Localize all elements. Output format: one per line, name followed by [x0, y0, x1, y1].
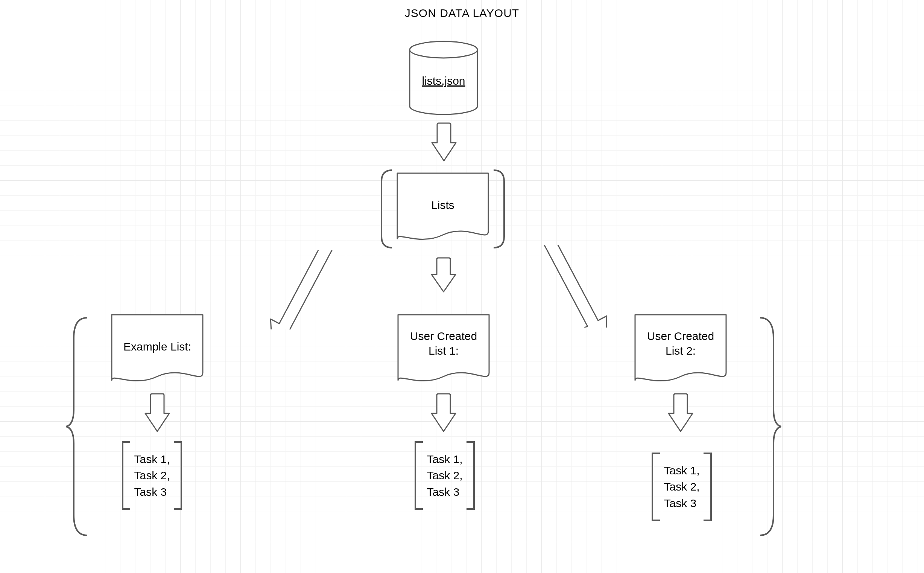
child-1-label: User Created List 1:: [410, 329, 477, 358]
database-label: lists.json: [422, 75, 465, 87]
right-brace: [757, 315, 783, 538]
diagram-canvas: JSON DATA LAYOUT lists.json Lists: [0, 0, 924, 573]
child-0-label-box: Example List:: [109, 313, 205, 380]
lists-label: Lists: [431, 198, 454, 212]
child-1-label-box: User Created List 1:: [396, 310, 491, 377]
database-label-box: lists.json: [407, 45, 480, 117]
arrow-lists-to-child-0: [238, 250, 370, 329]
child-1-tasks-box: Task 1, Task 2, Task 3: [412, 440, 477, 511]
child-0-tasks-box: Task 1, Task 2, Task 3: [120, 440, 184, 511]
arrow-db-to-lists: [431, 122, 457, 163]
child-1-tasks: Task 1, Task 2, Task 3: [427, 451, 462, 500]
child-2-label: User Created List 2:: [647, 329, 714, 358]
arrow-lists-to-child-2: [505, 245, 641, 327]
lists-label-box: Lists: [395, 171, 491, 239]
arrow-child-2-to-tasks: [667, 392, 694, 434]
child-2-label-box: User Created List 2:: [633, 310, 728, 377]
child-0-label: Example List:: [123, 339, 191, 354]
child-2-tasks: Task 1, Task 2, Task 3: [664, 462, 699, 512]
child-0-tasks: Task 1, Task 2, Task 3: [134, 451, 170, 500]
arrow-child-1-to-tasks: [430, 392, 457, 434]
arrow-child-0-to-tasks: [144, 392, 171, 434]
child-2-tasks-box: Task 1, Task 2, Task 3: [649, 451, 714, 523]
arrow-lists-to-child-1: [430, 257, 457, 294]
left-brace: [64, 315, 90, 538]
diagram-title: JSON DATA LAYOUT: [0, 7, 924, 20]
